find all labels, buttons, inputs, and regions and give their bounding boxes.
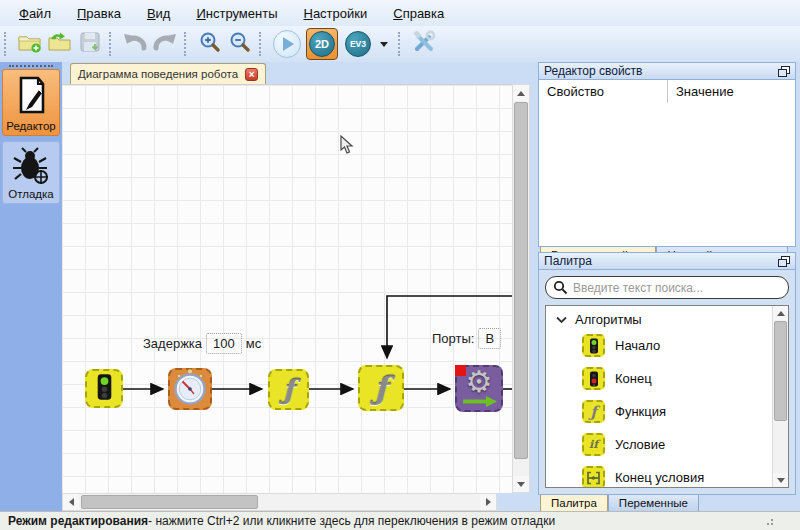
menu-bar: Файл Правка Вид Инструменты Настройки Сп… bbox=[0, 0, 800, 26]
palette-scroll-thumb[interactable] bbox=[774, 321, 787, 421]
horizontal-scroll-thumb[interactable] bbox=[81, 495, 258, 509]
toolbar-drag-handle[interactable] bbox=[109, 32, 115, 56]
function-block[interactable]: ƒ bbox=[358, 365, 404, 411]
status-bar[interactable]: Режим редактирования - нажмите Ctrl+2 ил… bbox=[0, 511, 800, 530]
status-mode-label: Режим редактирования bbox=[8, 514, 148, 528]
menu-settings[interactable]: Настройки bbox=[290, 2, 380, 25]
target-ev3-button[interactable]: EV3 bbox=[340, 29, 376, 59]
palette-item-start[interactable]: Начало bbox=[546, 329, 788, 362]
run-button[interactable] bbox=[270, 29, 304, 59]
redo-button[interactable] bbox=[150, 29, 180, 59]
zoom-out-icon bbox=[228, 30, 252, 58]
canvas-vertical-scrollbar[interactable] bbox=[512, 84, 530, 493]
ports-label-text: Порты: bbox=[432, 331, 474, 346]
open-project-button[interactable] bbox=[45, 29, 75, 59]
menu-help[interactable]: Справка bbox=[380, 2, 457, 25]
float-panel-icon[interactable] bbox=[778, 66, 790, 77]
diagram-canvas[interactable]: Задержка 100 мс Порты: B bbox=[62, 84, 512, 493]
undo-button[interactable] bbox=[120, 29, 150, 59]
palette-item-end-condition[interactable]: Конец условия bbox=[546, 461, 788, 488]
stopwatch-icon bbox=[172, 368, 208, 410]
mode-debug-button[interactable]: Отладка bbox=[2, 141, 60, 204]
end-condition-icon bbox=[582, 466, 605, 488]
timer-block[interactable] bbox=[168, 368, 212, 410]
palette-title: Палитра bbox=[544, 254, 592, 268]
new-folder-icon bbox=[17, 30, 43, 58]
zoom-out-button[interactable] bbox=[225, 29, 255, 59]
scroll-right-icon[interactable] bbox=[480, 494, 496, 510]
scroll-up-icon[interactable] bbox=[513, 85, 529, 101]
menu-file[interactable]: Файл bbox=[6, 2, 64, 25]
start-icon bbox=[582, 334, 605, 357]
scroll-left-icon[interactable] bbox=[63, 494, 79, 510]
start-block[interactable] bbox=[85, 369, 123, 408]
column-header-property[interactable]: Свойство bbox=[539, 80, 667, 103]
toolbar-drag-handle[interactable] bbox=[398, 32, 404, 56]
palette-item-condition[interactable]: if Условие bbox=[546, 428, 788, 461]
palette-item-label: Начало bbox=[615, 338, 660, 353]
scroll-up-icon[interactable] bbox=[773, 306, 788, 320]
save-button[interactable] bbox=[75, 29, 105, 59]
menu-view[interactable]: Вид bbox=[134, 2, 184, 25]
debug-bug-icon bbox=[11, 146, 51, 188]
property-editor-panel: Редактор свойств Свойство Значение Редак… bbox=[538, 62, 796, 265]
scroll-down-icon[interactable] bbox=[773, 473, 788, 487]
target-ev3-icon: EV3 bbox=[345, 31, 371, 57]
green-arrow-icon bbox=[460, 393, 498, 411]
palette-titlebar[interactable]: Палитра bbox=[538, 252, 796, 270]
connection-lines bbox=[62, 85, 512, 493]
robot-settings-button[interactable] bbox=[409, 29, 439, 59]
function-icon: ƒ bbox=[374, 370, 387, 406]
zoom-in-icon bbox=[198, 30, 222, 58]
palette-search-input[interactable] bbox=[545, 276, 789, 299]
close-tab-icon[interactable]: × bbox=[245, 68, 258, 81]
menu-edit[interactable]: Правка bbox=[64, 2, 134, 25]
chevron-down-icon bbox=[556, 312, 567, 327]
palette-item-label: Функция bbox=[615, 404, 666, 419]
zoom-in-button[interactable] bbox=[195, 29, 225, 59]
mode-editor-label: Редактор bbox=[6, 120, 56, 132]
new-project-button[interactable] bbox=[15, 29, 45, 59]
delay-units-text: мс bbox=[246, 336, 261, 351]
property-editor-titlebar[interactable]: Редактор свойств bbox=[538, 62, 796, 80]
mode-editor-button[interactable]: Редактор bbox=[2, 69, 60, 136]
undo-icon bbox=[122, 30, 148, 58]
motors-block-label: Порты: B bbox=[432, 328, 505, 349]
toolbar-drag-handle[interactable] bbox=[184, 32, 190, 56]
open-folder-icon bbox=[47, 30, 73, 58]
delay-value-field[interactable]: 100 bbox=[206, 333, 242, 354]
palette-item-end[interactable]: Конец bbox=[546, 362, 788, 395]
toolbar-drag-handle[interactable] bbox=[4, 32, 10, 56]
toolbar-drag-handle[interactable] bbox=[259, 32, 265, 56]
palette-item-function[interactable]: ƒ Функция bbox=[546, 395, 788, 428]
float-panel-icon[interactable] bbox=[778, 256, 790, 267]
function-block[interactable]: ƒ bbox=[268, 369, 309, 410]
target-dropdown-arrow-icon[interactable] bbox=[380, 42, 388, 47]
model-2d-button[interactable]: 2D bbox=[306, 28, 338, 60]
document-tab-bar: Диаграмма поведения робота × bbox=[62, 62, 532, 84]
column-header-value[interactable]: Значение bbox=[667, 80, 795, 103]
palette-scrollbar[interactable] bbox=[772, 306, 788, 487]
play-icon bbox=[273, 30, 301, 58]
scroll-down-icon[interactable] bbox=[513, 476, 529, 492]
palette-group-algorithms[interactable]: Алгоритмы bbox=[546, 306, 788, 329]
diagram-tab[interactable]: Диаграмма поведения робота × bbox=[70, 63, 266, 84]
motors-block[interactable]: ⚙ bbox=[455, 365, 503, 412]
traffic-light-icon bbox=[96, 373, 113, 405]
condition-icon: if bbox=[582, 433, 605, 456]
menu-tools[interactable]: Инструменты bbox=[183, 2, 290, 25]
vertical-scroll-thumb[interactable] bbox=[514, 102, 528, 459]
delay-label-text: Задержка bbox=[143, 336, 202, 351]
resize-grip-icon[interactable] bbox=[766, 516, 776, 526]
palette-item-label: Конец условия bbox=[615, 470, 704, 485]
error-marker-icon bbox=[455, 365, 466, 376]
model-2d-icon: 2D bbox=[309, 31, 335, 57]
status-hint-text: - нажмите Ctrl+2 или кликните здесь для … bbox=[148, 514, 555, 528]
function-icon: ƒ bbox=[582, 400, 605, 423]
ports-value-field[interactable]: B bbox=[478, 328, 501, 349]
toolbar: 2D EV3 bbox=[0, 26, 800, 62]
search-icon bbox=[553, 280, 568, 299]
mode-debug-label: Отладка bbox=[8, 188, 53, 200]
dock-drag-handle[interactable] bbox=[9, 65, 53, 67]
canvas-horizontal-scrollbar[interactable] bbox=[62, 493, 497, 511]
